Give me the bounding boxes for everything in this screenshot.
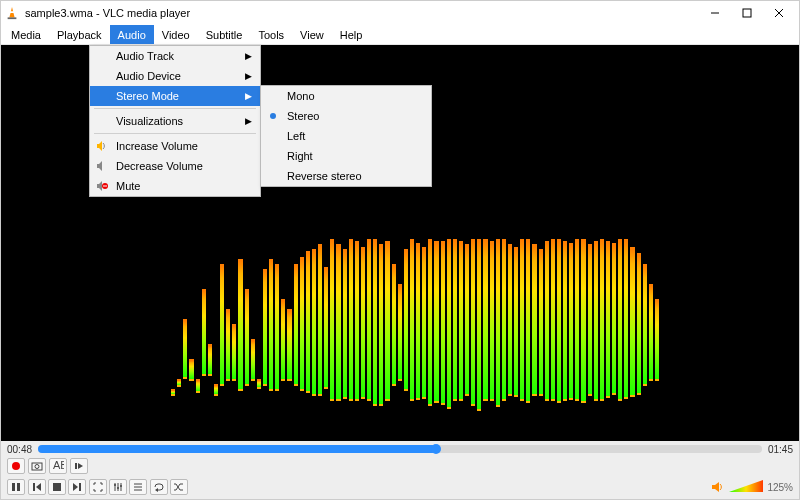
svg-rect-23	[53, 483, 61, 491]
viz-bar	[287, 309, 291, 441]
radio-selected-icon	[266, 109, 280, 123]
menu-media[interactable]: Media	[3, 25, 49, 44]
viz-bar	[404, 249, 408, 441]
svg-point-12	[270, 113, 276, 119]
viz-bar	[343, 249, 347, 441]
viz-bar	[563, 241, 567, 441]
viz-bar	[557, 239, 561, 441]
stereo-option-reverse-stereo[interactable]: Reverse stereo	[261, 166, 431, 186]
minimize-button[interactable]	[699, 1, 731, 25]
volume-slider[interactable]	[729, 480, 763, 494]
stereo-option-right[interactable]: Right	[261, 146, 431, 166]
svg-marker-18	[78, 463, 83, 469]
viz-bar	[441, 241, 445, 441]
audio-menu-audio-track[interactable]: Audio Track▶	[90, 46, 260, 66]
stereo-mode-menu: MonoStereoLeftRightReverse stereo	[260, 85, 432, 187]
audio-menu-decrease-volume[interactable]: Decrease Volume	[90, 156, 260, 176]
menu-audio[interactable]: Audio	[110, 25, 154, 44]
snapshot-button[interactable]	[28, 458, 46, 474]
viz-bar	[496, 239, 500, 441]
viz-bar	[526, 239, 530, 441]
stereo-option-left[interactable]: Left	[261, 126, 431, 146]
viz-bar	[416, 243, 420, 441]
viz-bar	[624, 239, 628, 441]
record-toolbar: AB	[1, 457, 799, 475]
record-button[interactable]	[7, 458, 25, 474]
svg-marker-36	[712, 482, 719, 492]
menu-playback[interactable]: Playback	[49, 25, 110, 44]
loop-button[interactable]	[150, 479, 168, 495]
audio-menu-increase-volume[interactable]: Increase Volume	[90, 136, 260, 156]
menu-bar: MediaPlaybackAudioVideoSubtitleToolsView…	[1, 25, 799, 45]
submenu-arrow-icon: ▶	[245, 116, 252, 126]
close-button[interactable]	[763, 1, 795, 25]
menu-help[interactable]: Help	[332, 25, 371, 44]
svg-point-30	[117, 487, 119, 489]
stereo-option-stereo[interactable]: Stereo	[261, 106, 431, 126]
viz-bar	[618, 239, 622, 441]
maximize-button[interactable]	[731, 1, 763, 25]
volume-control[interactable]: 125%	[711, 480, 793, 494]
extended-settings-button[interactable]	[109, 479, 127, 495]
pause-button[interactable]	[7, 479, 25, 495]
viz-bar	[410, 239, 414, 441]
viz-bar	[471, 239, 475, 441]
playlist-button[interactable]	[129, 479, 147, 495]
viz-bar	[520, 239, 524, 441]
vol-up-icon	[95, 139, 109, 153]
viz-bar	[569, 243, 573, 441]
viz-bar	[196, 379, 200, 441]
viz-bar	[483, 239, 487, 441]
stereo-option-mono[interactable]: Mono	[261, 86, 431, 106]
viz-bar	[355, 241, 359, 441]
atob-loop-button[interactable]: AB	[49, 458, 67, 474]
viz-bar	[300, 257, 304, 441]
previous-button[interactable]	[28, 479, 46, 495]
viz-bar	[312, 249, 316, 441]
viz-bar	[263, 269, 267, 441]
audio-menu-audio-device[interactable]: Audio Device▶	[90, 66, 260, 86]
viz-bar	[238, 259, 242, 441]
viz-bar	[294, 264, 298, 441]
viz-bar	[373, 239, 377, 441]
viz-bar	[177, 379, 181, 441]
menu-video[interactable]: Video	[154, 25, 198, 44]
viz-bar	[637, 253, 641, 441]
audio-menu-mute[interactable]: Mute	[90, 176, 260, 196]
viz-bar	[275, 264, 279, 441]
frame-step-button[interactable]	[70, 458, 88, 474]
shuffle-button[interactable]	[170, 479, 188, 495]
viz-bar	[281, 299, 285, 441]
viz-bar	[257, 379, 261, 441]
svg-rect-1	[9, 11, 14, 13]
seek-thumb[interactable]	[431, 444, 441, 454]
svg-rect-19	[12, 483, 15, 491]
time-elapsed[interactable]: 00:48	[7, 444, 32, 455]
svg-marker-8	[97, 161, 102, 171]
viz-bar	[551, 239, 555, 441]
viz-bar	[318, 244, 322, 441]
viz-bar	[612, 243, 616, 441]
submenu-arrow-icon: ▶	[245, 91, 252, 101]
menu-subtitle[interactable]: Subtitle	[198, 25, 251, 44]
time-total[interactable]: 01:45	[768, 444, 793, 455]
viz-bar	[232, 324, 236, 441]
audio-menu-stereo-mode[interactable]: Stereo Mode▶	[90, 86, 260, 106]
menu-tools[interactable]: Tools	[250, 25, 292, 44]
viz-bar	[428, 239, 432, 441]
viz-bar	[398, 284, 402, 441]
fullscreen-button[interactable]	[89, 479, 107, 495]
svg-rect-20	[17, 483, 20, 491]
next-button[interactable]	[68, 479, 86, 495]
vlc-icon	[5, 6, 19, 20]
speaker-icon	[711, 481, 725, 493]
viz-bar	[581, 239, 585, 441]
viz-bar	[189, 359, 193, 441]
menu-view[interactable]: View	[292, 25, 332, 44]
stop-button[interactable]	[48, 479, 66, 495]
vol-down-icon	[95, 159, 109, 173]
seek-slider[interactable]	[38, 445, 762, 453]
audio-menu-visualizations[interactable]: Visualizations▶	[90, 111, 260, 131]
viz-bar	[477, 239, 481, 441]
viz-bar	[349, 239, 353, 441]
